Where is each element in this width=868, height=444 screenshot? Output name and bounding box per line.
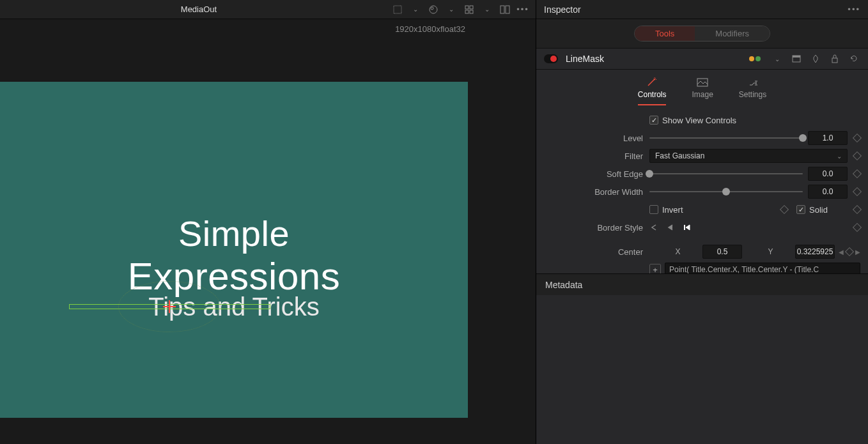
border-style-1[interactable] bbox=[649, 224, 657, 231]
viewer-title: MediaOut bbox=[6, 4, 391, 14]
image-icon bbox=[696, 77, 709, 88]
viewer-header: MediaOut ⌄ ⌄ ⌄ ••• bbox=[0, 0, 536, 19]
inspector-tabs: Tools Modifiers bbox=[536, 19, 868, 48]
row-invert-solid: Invert ✓ Solid bbox=[544, 201, 860, 218]
row-center: Center X 0.5 Y 0.3225925 ◀▶ bbox=[544, 243, 860, 260]
svg-rect-7 bbox=[500, 6, 504, 13]
tab-image[interactable]: Image bbox=[692, 77, 713, 105]
row-filter: Filter Fast Gaussian⌄ bbox=[544, 148, 860, 164]
wand-icon bbox=[646, 77, 658, 88]
invert-checkbox[interactable] bbox=[649, 205, 658, 214]
chevron-down-icon[interactable]: ⌄ bbox=[445, 3, 458, 16]
resolution-label: 1920x1080xfloat32 bbox=[395, 24, 465, 34]
viewer-pane: MediaOut ⌄ ⌄ ⌄ ••• 1920x1080xfloat32 Sim… bbox=[0, 0, 536, 444]
keyframe-icon[interactable] bbox=[853, 151, 862, 160]
viewer-body[interactable]: 1920x1080xfloat32 Simple Expressions Tip… bbox=[0, 19, 536, 444]
node-enable-toggle[interactable] bbox=[544, 54, 558, 63]
tab-settings[interactable]: Settings bbox=[739, 77, 766, 105]
keyframe-icon[interactable] bbox=[853, 223, 862, 232]
keyframe-icon[interactable] bbox=[853, 205, 862, 214]
soft-edge-slider[interactable] bbox=[649, 173, 803, 174]
center-x-field[interactable]: 0.5 bbox=[702, 245, 742, 259]
tab-tools[interactable]: Tools bbox=[635, 26, 695, 41]
border-style-3[interactable] bbox=[683, 224, 692, 231]
inspector-header: Inspector ••• bbox=[536, 0, 868, 19]
pin-icon[interactable] bbox=[809, 52, 822, 65]
center-y-field[interactable]: 0.3225925 bbox=[795, 245, 835, 259]
quad-icon[interactable] bbox=[463, 3, 476, 16]
svg-point-2 bbox=[431, 7, 433, 10]
chevron-down-icon[interactable]: ⌄ bbox=[481, 3, 493, 16]
controls-body: ✓ Show View Controls Level 1.0 Filter Fa… bbox=[536, 105, 868, 273]
svg-rect-0 bbox=[394, 6, 401, 13]
node-name[interactable]: LineMask bbox=[566, 54, 749, 64]
split-icon[interactable] bbox=[499, 3, 511, 16]
center-expression-field[interactable]: Point( Title.Center.X, Title.Center.Y - … bbox=[665, 263, 860, 273]
metadata-header[interactable]: Metadata bbox=[536, 273, 868, 295]
level-field[interactable]: 1.0 bbox=[808, 131, 848, 145]
more-icon[interactable]: ••• bbox=[848, 4, 860, 14]
row-center-expr: + Point( Title.Center.X, Title.Center.Y … bbox=[544, 261, 860, 273]
next-key-icon[interactable]: ▶ bbox=[855, 249, 860, 256]
tab-modifiers[interactable]: Modifiers bbox=[695, 26, 770, 41]
border-width-field[interactable]: 0.0 bbox=[808, 185, 848, 199]
grid-icon[interactable] bbox=[391, 3, 404, 16]
svg-rect-4 bbox=[470, 6, 473, 9]
inspector-title: Inspector bbox=[544, 4, 581, 15]
title-line-1: Simple bbox=[0, 213, 468, 254]
version-dots[interactable] bbox=[749, 56, 761, 61]
chevron-down-icon[interactable]: ⌄ bbox=[409, 3, 422, 16]
preview-canvas[interactable]: Simple Expressions Tips and Tricks bbox=[0, 82, 468, 418]
row-border-width: Border Width 0.0 bbox=[544, 183, 860, 200]
filter-dropdown[interactable]: Fast Gaussian⌄ bbox=[649, 149, 848, 163]
svg-rect-13 bbox=[684, 225, 685, 230]
show-view-controls-label: Show View Controls bbox=[662, 116, 736, 125]
svg-rect-3 bbox=[465, 6, 469, 9]
row-soft-edge: Soft Edge 0.0 bbox=[544, 165, 860, 182]
border-width-slider[interactable] bbox=[649, 191, 803, 192]
reset-icon[interactable] bbox=[848, 52, 860, 65]
gear-icon bbox=[747, 77, 759, 88]
chevron-down-icon[interactable]: ⌄ bbox=[771, 52, 784, 65]
node-header: LineMask ⌄ bbox=[536, 48, 868, 70]
color-icon[interactable] bbox=[427, 3, 440, 16]
keyframe-icon[interactable] bbox=[853, 134, 862, 142]
svg-rect-5 bbox=[465, 10, 469, 13]
row-border-style: Border Style bbox=[544, 219, 860, 236]
border-style-2[interactable] bbox=[666, 224, 674, 231]
svg-rect-8 bbox=[506, 6, 509, 13]
keyframe-icon[interactable] bbox=[853, 187, 862, 196]
mask-center-handle[interactable] bbox=[166, 303, 173, 310]
window-icon[interactable] bbox=[790, 52, 803, 65]
lock-icon[interactable] bbox=[828, 52, 841, 65]
solid-checkbox[interactable]: ✓ bbox=[796, 205, 805, 214]
invert-label: Invert bbox=[662, 205, 775, 215]
solid-label: Solid bbox=[809, 205, 848, 215]
show-view-controls-checkbox[interactable]: ✓ bbox=[649, 116, 658, 125]
svg-rect-6 bbox=[470, 10, 473, 13]
expression-add-button[interactable]: + bbox=[649, 264, 661, 273]
row-level: Level 1.0 bbox=[544, 130, 860, 146]
more-icon[interactable]: ••• bbox=[516, 3, 529, 16]
svg-point-1 bbox=[430, 6, 437, 13]
keyframe-icon[interactable] bbox=[845, 247, 854, 256]
title-line-2: Expressions bbox=[0, 254, 468, 298]
level-slider[interactable] bbox=[649, 137, 803, 139]
svg-rect-11 bbox=[832, 58, 837, 63]
soft-edge-field[interactable]: 0.0 bbox=[808, 167, 848, 181]
viewer-tools: ⌄ ⌄ ⌄ ••• bbox=[391, 3, 529, 16]
svg-rect-10 bbox=[793, 56, 800, 57]
tab-controls[interactable]: Controls bbox=[638, 77, 667, 105]
inspector-pane: Inspector ••• Tools Modifiers LineMask ⌄… bbox=[536, 0, 868, 444]
section-tabs: Controls Image Settings bbox=[536, 70, 868, 105]
keyframe-icon[interactable] bbox=[780, 205, 789, 214]
prev-key-icon[interactable]: ◀ bbox=[839, 249, 844, 256]
keyframe-icon[interactable] bbox=[853, 169, 862, 178]
row-show-view-controls: ✓ Show View Controls bbox=[544, 112, 860, 128]
